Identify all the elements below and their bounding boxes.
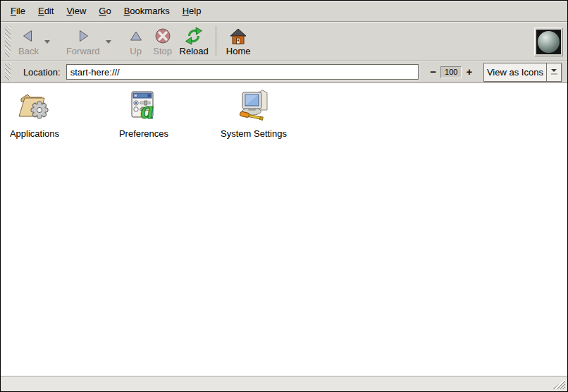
home-button[interactable]: Home (223, 25, 254, 57)
zoom-out-button[interactable]: − (428, 66, 438, 78)
view-mode-label: View as Icons (484, 63, 546, 81)
nautilus-window: File Edit View Go Bookmarks Help Back Fo… (0, 0, 568, 392)
location-label: Location: (23, 67, 61, 78)
back-arrow-icon (21, 26, 35, 46)
desktop-item-applications[interactable]: Applications (1, 88, 68, 139)
throbber-sphere (538, 31, 560, 53)
chevron-down-icon (551, 69, 557, 72)
dropdown-indicator (546, 63, 561, 81)
throbber-frame (534, 27, 563, 56)
menu-bookmarks[interactable]: Bookmarks (118, 4, 176, 18)
desktop-item-preferences[interactable]: a Preferences (110, 88, 178, 139)
back-history-dropdown[interactable] (42, 25, 53, 44)
home-label: Home (226, 46, 251, 56)
reload-icon (185, 26, 203, 46)
desktop-item-system-settings[interactable]: System Settings (220, 88, 288, 139)
icon-label: Applications (10, 128, 59, 139)
view-mode-dropdown[interactable]: View as Icons (483, 63, 562, 82)
up-label: Up (130, 46, 142, 56)
menu-edit[interactable]: Edit (32, 4, 60, 18)
location-bar: Location: − 100 + View as Icons (1, 61, 567, 83)
zoom-in-button[interactable]: + (464, 66, 474, 78)
stop-button[interactable]: Stop (149, 25, 176, 57)
status-bar (1, 376, 567, 391)
forward-button[interactable]: Forward (63, 25, 104, 57)
chevron-down-icon (44, 40, 50, 44)
dropdown-indicator-bar (551, 73, 557, 75)
reload-button[interactable]: Reload (176, 25, 212, 57)
forward-arrow-icon (76, 26, 90, 46)
menu-help[interactable]: Help (176, 4, 208, 18)
system-settings-icon (237, 88, 271, 125)
toolbar-grip-handle[interactable] (5, 26, 11, 57)
location-input[interactable] (66, 64, 419, 80)
icon-label: System Settings (221, 128, 287, 139)
locationbar-grip-handle[interactable] (5, 63, 11, 80)
back-button[interactable]: Back (15, 25, 42, 57)
gnome-throbber-icon (536, 30, 561, 54)
home-icon (230, 26, 247, 46)
up-arrow-icon (130, 26, 142, 46)
applications-folder-icon (18, 88, 51, 125)
menu-go[interactable]: Go (92, 4, 117, 18)
menubar: File Edit View Go Bookmarks Help (1, 1, 567, 22)
forward-history-dropdown[interactable] (104, 25, 114, 44)
icon-label: Preferences (119, 128, 168, 139)
preferences-capplet-icon: a (127, 88, 161, 125)
svg-text:a: a (141, 96, 154, 122)
reload-label: Reload (180, 46, 209, 56)
zoom-level-indicator[interactable]: 100 (440, 66, 462, 78)
toolbar-separator (216, 26, 216, 56)
toolbar: Back Forward Up Stop (1, 22, 567, 61)
up-button[interactable]: Up (123, 25, 149, 57)
menu-file[interactable]: File (4, 4, 32, 18)
menu-view[interactable]: View (60, 4, 92, 18)
forward-label: Forward (66, 46, 100, 56)
stop-label: Stop (153, 46, 172, 56)
icon-view-pane: Applications a Prefe (1, 83, 567, 376)
chevron-down-icon (106, 40, 111, 44)
stop-icon (154, 26, 171, 46)
back-label: Back (18, 46, 39, 56)
resize-grip[interactable] (552, 379, 565, 389)
